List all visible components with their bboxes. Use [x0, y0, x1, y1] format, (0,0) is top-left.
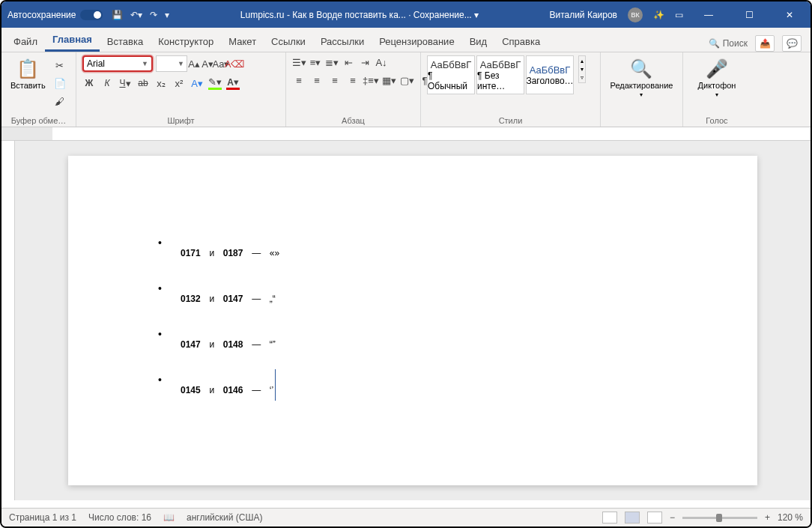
undo-icon[interactable]: ↶▾ — [130, 10, 142, 20]
copy-icon[interactable]: 📄 — [53, 76, 67, 90]
sort-icon[interactable]: A↓ — [375, 55, 388, 69]
style-normal[interactable]: АаБбВвГ ¶ Обычный — [427, 55, 475, 94]
align-left-icon[interactable]: ≡ — [292, 73, 306, 87]
font-name-input[interactable] — [87, 58, 142, 69]
tab-file[interactable]: Файл — [6, 31, 45, 52]
zoom-out-button[interactable]: − — [670, 512, 675, 523]
justify-icon[interactable]: ≡ — [346, 73, 360, 87]
multilevel-icon[interactable]: ≣▾ — [325, 55, 339, 69]
highlight-icon[interactable]: ✎▾ — [208, 76, 222, 90]
status-bar: Страница 1 из 1 Число слов: 16 📖 английс… — [1, 508, 811, 527]
tab-layout[interactable]: Макет — [221, 31, 264, 52]
paste-button[interactable]: 📋 Вставить — [7, 55, 49, 93]
maximize-button[interactable]: ☐ — [734, 1, 764, 28]
shading-icon[interactable]: ▦▾ — [382, 73, 396, 87]
code-b: 0146 — [223, 385, 243, 395]
dictate-button[interactable]: 🎤 Диктофон ▾ — [695, 55, 739, 101]
quote-chars: ‘’ — [270, 385, 273, 395]
align-center-icon[interactable]: ≡ — [310, 73, 324, 87]
tab-mailings[interactable]: Рассылки — [313, 31, 372, 52]
document-page[interactable]: 0171 и 0187 — «» 0132 и 0147 — „“ 0147 и… — [68, 156, 757, 485]
search-button[interactable]: 🔍 Поиск — [709, 38, 748, 49]
list-item[interactable]: 0147 и 0148 — “” — [158, 315, 697, 360]
share-button[interactable]: 📤 — [755, 35, 775, 52]
document-area: 0171 и 0187 — «» 0132 и 0147 — „“ 0147 и… — [1, 141, 811, 500]
autosave-toggle[interactable] — [80, 10, 103, 20]
group-voice: 🎤 Диктофон ▾ Голос — [683, 52, 751, 127]
font-color-icon[interactable]: A▾ — [226, 76, 240, 90]
tab-insert[interactable]: Вставка — [100, 31, 151, 52]
increase-indent-icon[interactable]: ⇥ — [358, 55, 372, 69]
decrease-indent-icon[interactable]: ⇤ — [342, 55, 355, 69]
group-clipboard: 📋 Вставить ✂ 📄 🖌 Буфер обме… — [1, 52, 76, 127]
user-name[interactable]: Виталий Каиров — [549, 10, 617, 20]
clipboard-icon: 📋 — [16, 58, 39, 79]
tab-help[interactable]: Справка — [494, 31, 548, 52]
list-item[interactable]: 0145 и 0146 — ‘’ — [158, 360, 697, 406]
bullets-icon[interactable]: ☰▾ — [292, 55, 306, 69]
italic-icon[interactable]: К — [100, 76, 114, 90]
zoom-level[interactable]: 120 % — [778, 512, 803, 523]
code-b: 0148 — [223, 339, 243, 350]
content-list: 0171 и 0187 — «» 0132 и 0147 — „“ 0147 и… — [158, 223, 697, 406]
line-spacing-icon[interactable]: ‡≡▾ — [364, 73, 378, 87]
list-item[interactable]: 0132 и 0147 — „“ — [158, 269, 697, 315]
save-status-text[interactable]: Сохранение... ▾ — [413, 10, 479, 20]
borders-icon[interactable]: ▢▾ — [400, 73, 413, 87]
vertical-ruler[interactable] — [1, 141, 15, 500]
bold-icon[interactable]: Ж — [82, 76, 96, 90]
user-avatar[interactable]: ВК — [628, 7, 643, 22]
increase-font-icon[interactable]: A▴ — [187, 57, 201, 70]
tab-view[interactable]: Вид — [462, 31, 495, 52]
redo-icon[interactable]: ↷ — [150, 10, 157, 20]
web-layout-button[interactable] — [647, 512, 662, 524]
font-size-combo[interactable]: ▼ — [156, 55, 187, 72]
read-mode-button[interactable] — [602, 512, 617, 524]
styles-more[interactable]: ▴▾▿ — [578, 55, 586, 83]
zoom-in-button[interactable]: + — [765, 512, 770, 523]
text-effects-icon[interactable]: A▾ — [190, 76, 204, 90]
dash: — — [252, 339, 261, 350]
editing-button[interactable]: 🔍 Редактирование ▾ — [608, 55, 676, 101]
language-status[interactable]: английский (США) — [187, 512, 262, 523]
tab-home[interactable]: Главная — [45, 28, 100, 52]
cut-icon[interactable]: ✂ — [53, 58, 67, 72]
font-name-combo[interactable]: ▼ — [82, 55, 153, 72]
clipboard-group-label: Буфер обме… — [1, 116, 76, 125]
save-icon[interactable]: 💾 — [112, 10, 123, 20]
comments-button[interactable]: 💬 — [782, 35, 802, 52]
code-a: 0147 — [181, 339, 201, 350]
horizontal-ruler[interactable] — [1, 127, 811, 141]
style-heading[interactable]: АаБбВвГ Заголово… — [526, 55, 574, 94]
tab-references[interactable]: Ссылки — [264, 31, 313, 52]
zoom-slider[interactable] — [682, 517, 757, 519]
underline-icon[interactable]: Ч▾ — [118, 76, 132, 90]
numbering-icon[interactable]: ≡▾ — [309, 55, 322, 69]
qat-more-icon[interactable]: ▾ — [165, 10, 169, 20]
page-status[interactable]: Страница 1 из 1 — [9, 512, 76, 523]
close-button[interactable]: ✕ — [775, 1, 805, 28]
tab-review[interactable]: Рецензирование — [372, 31, 461, 52]
tab-design[interactable]: Конструктор — [151, 31, 221, 52]
print-layout-button[interactable] — [625, 512, 640, 524]
autosave-label: Автосохранение — [7, 10, 76, 20]
ribbon-options-icon[interactable]: ▭ — [675, 10, 683, 20]
word-count[interactable]: Число слов: 16 — [88, 512, 151, 523]
chevron-down-icon[interactable]: ▼ — [142, 60, 148, 67]
subscript-icon[interactable]: x₂ — [154, 76, 168, 90]
group-editing: 🔍 Редактирование ▾ — [601, 52, 683, 127]
coming-soon-icon[interactable]: ✨ — [653, 10, 664, 20]
clear-format-icon[interactable]: A⌫ — [228, 57, 241, 70]
align-right-icon[interactable]: ≡ — [328, 73, 342, 87]
format-painter-icon[interactable]: 🖌 — [53, 94, 67, 108]
strike-icon[interactable]: ab — [136, 76, 150, 90]
quote-chars: “” — [270, 339, 276, 350]
superscript-icon[interactable]: x² — [172, 76, 186, 90]
paste-label: Вставить — [10, 81, 46, 90]
code-a: 0132 — [181, 294, 201, 304]
style-nospacing[interactable]: АаБбВвГ ¶ Без инте… — [476, 55, 524, 94]
minimize-button[interactable]: — — [694, 1, 724, 28]
list-item[interactable]: 0171 и 0187 — «» — [158, 223, 697, 269]
proofing-icon[interactable]: 📖 — [163, 512, 175, 523]
group-styles: АаБбВвГ ¶ Обычный АаБбВвГ ¶ Без инте… Аа… — [421, 52, 601, 127]
